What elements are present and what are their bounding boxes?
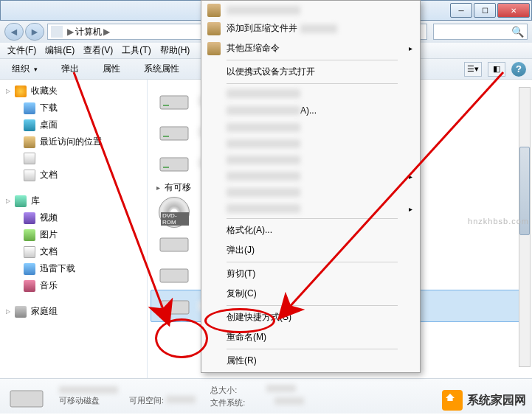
sidebar-favorites[interactable]: 收藏夹: [0, 83, 147, 100]
ctx-eject[interactable]: 弹出(J): [203, 240, 418, 260]
recent-icon: [24, 136, 35, 148]
sidebar-videos[interactable]: 视频: [0, 209, 147, 226]
scrollbar[interactable]: [519, 87, 531, 367]
ctx-item[interactable]: [203, 184, 418, 200]
ctx-item[interactable]: [203, 119, 418, 136]
sidebar-homegroup[interactable]: 家庭组: [0, 303, 147, 320]
tool-eject[interactable]: 弹出: [55, 61, 85, 77]
ctx-label: 创建快捷方式(S): [227, 311, 291, 324]
breadcrumb-sep: ▶: [67, 27, 74, 37]
sidebar-item-label: 收藏夹: [31, 85, 58, 97]
watermark: hnzkhbsb.com: [468, 217, 529, 226]
ctx-label: 以便携式设备方式打开: [227, 66, 315, 78]
preview-pane-button[interactable]: ◧: [488, 62, 505, 77]
close-button[interactable]: ✕: [497, 3, 530, 18]
tool-sysproperties[interactable]: 系统属性: [138, 61, 185, 77]
sidebar-item-label: 桌面: [40, 119, 58, 131]
ctx-label: 重命名(M): [227, 331, 266, 343]
ctx-rename[interactable]: 重命名(M): [203, 327, 418, 347]
archive-icon: [207, 4, 221, 17]
drive-icon: [157, 293, 193, 319]
ctx-item[interactable]: [203, 136, 418, 152]
sidebar-item-label: 迅雷下载: [40, 262, 75, 275]
sidebar-item-label: 文档: [40, 245, 58, 258]
sidebar-documents[interactable]: 文档: [0, 167, 147, 184]
brand-icon: [442, 390, 463, 411]
sidebar-item-label: 库: [31, 195, 40, 207]
sidebar-music[interactable]: 音乐: [0, 277, 147, 294]
sidebar-item-label: 视频: [40, 212, 58, 224]
library-icon: [15, 195, 27, 207]
ctx-label: 格式化(A)...: [227, 224, 272, 237]
menu-view[interactable]: 查看(V): [79, 43, 117, 58]
view-mode-button[interactable]: ☰▾: [464, 62, 482, 77]
download-icon: [24, 102, 35, 114]
status-filesystem-label: 文件系统:: [210, 397, 245, 408]
dvd-icon: DVD-ROM: [156, 199, 192, 226]
sidebar-downloads[interactable]: 下载: [0, 100, 147, 116]
status-totalsize-label: 总大小:: [210, 385, 237, 396]
ctx-label: 弹出(J): [227, 244, 255, 257]
brand-badge: 系统家园网: [442, 390, 526, 411]
sidebar-recent[interactable]: 最近访问的位置: [0, 133, 147, 150]
ctx-shortcut[interactable]: 创建快捷方式(S): [203, 307, 418, 327]
tool-properties[interactable]: 属性: [97, 61, 126, 77]
ctx-other-compress[interactable]: 其他压缩命令: [203, 38, 418, 58]
tool-organize[interactable]: 组织: [6, 61, 44, 77]
ctx-label: 属性(R): [227, 355, 257, 367]
ctx-cut[interactable]: 剪切(T): [203, 264, 418, 284]
ctx-add-compress[interactable]: 添加到压缩文件并: [203, 18, 418, 38]
back-button[interactable]: ◄: [4, 23, 24, 41]
sidebar-docs[interactable]: 文档: [0, 243, 147, 260]
breadcrumb-computer[interactable]: 计算机: [75, 26, 102, 38]
sidebar-item-label: 图片: [40, 229, 58, 241]
sidebar-item-label: 下载: [40, 102, 58, 114]
svg-rect-6: [160, 238, 188, 251]
doc-icon: [24, 153, 35, 164]
ctx-copy[interactable]: 复制(C): [203, 284, 418, 304]
ctx-portable[interactable]: 以便携式设备方式打开: [203, 62, 418, 82]
help-button[interactable]: ?: [511, 62, 526, 77]
ctx-item[interactable]: [203, 200, 418, 217]
drive-icon: [156, 261, 192, 287]
svg-rect-4: [160, 158, 188, 171]
ctx-label: [227, 6, 300, 15]
svg-rect-5: [163, 167, 169, 168]
ctx-item[interactable]: [203, 2, 418, 18]
menu-help[interactable]: 帮助(H): [156, 43, 195, 58]
maximize-button[interactable]: ☐: [474, 3, 496, 18]
ctx-item[interactable]: [203, 168, 418, 184]
context-menu: 添加到压缩文件并 其他压缩命令 以便携式设备方式打开 A)... 格式化(A).…: [201, 0, 421, 373]
sidebar-libraries[interactable]: 库: [0, 192, 147, 209]
sidebar-item[interactable]: [0, 150, 147, 167]
menu-edit[interactable]: 编辑(E): [41, 43, 79, 58]
ctx-label: [227, 106, 300, 115]
menu-tools[interactable]: 工具(T): [117, 43, 155, 58]
sidebar-pictures[interactable]: 图片: [0, 226, 147, 243]
ctx-properties[interactable]: 属性(R): [203, 351, 418, 371]
menu-file[interactable]: 文件(F): [3, 43, 41, 58]
ctx-format[interactable]: 格式化(A)...: [203, 220, 418, 240]
archive-icon: [207, 22, 221, 35]
status-type: 可移动磁盘: [59, 396, 100, 405]
ctx-label: 剪切(T): [227, 268, 255, 280]
svg-rect-7: [160, 269, 188, 282]
sidebar-thunder[interactable]: 迅雷下载: [0, 260, 147, 277]
ctx-item[interactable]: [203, 86, 418, 102]
search-icon: 🔍: [511, 26, 524, 38]
ctx-label: [227, 172, 300, 181]
forward-button[interactable]: ►: [25, 23, 44, 41]
svg-rect-8: [161, 301, 189, 314]
search-input[interactable]: 🔍: [433, 24, 528, 40]
ctx-item[interactable]: A)...: [203, 102, 418, 119]
minimize-button[interactable]: ─: [450, 3, 472, 18]
ctx-label: 复制(C): [227, 287, 257, 300]
homegroup-icon: [15, 306, 27, 318]
ctx-label: [227, 188, 300, 197]
ctx-label: [227, 89, 300, 98]
drive-icon: [9, 383, 44, 410]
ctx-item[interactable]: [203, 152, 418, 168]
sidebar-desktop[interactable]: 桌面: [0, 116, 147, 133]
ctx-label: [227, 139, 300, 148]
star-icon: [15, 86, 27, 97]
